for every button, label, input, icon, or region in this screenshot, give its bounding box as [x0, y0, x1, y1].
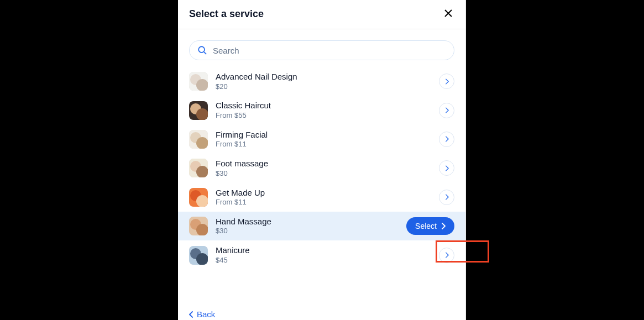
service-item[interactable]: Classic HaircutFrom $55: [178, 96, 465, 124]
modal-title: Select a service: [189, 8, 264, 20]
expand-button[interactable]: [439, 160, 454, 176]
service-item[interactable]: Firming FacialFrom $11: [178, 125, 465, 154]
chevron-right-icon: [445, 136, 449, 142]
service-text: Firming FacialFrom $11: [216, 129, 431, 149]
search-field[interactable]: [189, 40, 454, 60]
svg-point-0: [198, 46, 205, 53]
service-item[interactable]: Advanced Nail Design$20: [178, 67, 465, 96]
expand-button[interactable]: [439, 248, 454, 263]
modal-footer: Back: [178, 304, 465, 320]
chevron-right-icon: [441, 223, 446, 229]
service-thumbnail: [189, 130, 208, 149]
service-price: $45: [216, 256, 431, 265]
chevron-right-icon: [445, 107, 449, 113]
chevron-right-icon: [445, 78, 449, 85]
search-icon: [197, 45, 207, 55]
service-price: $30: [216, 169, 431, 179]
modal-header: Select a service: [178, 0, 465, 29]
service-name: Classic Haircut: [216, 100, 431, 111]
service-text: Classic HaircutFrom $55: [216, 100, 431, 120]
expand-button[interactable]: [439, 103, 454, 118]
service-name: Hand Massage: [216, 216, 399, 227]
service-price: From $11: [216, 198, 431, 207]
search-input[interactable]: [213, 46, 446, 55]
chevron-right-icon: [445, 165, 449, 171]
service-price: From $11: [216, 140, 431, 149]
expand-button[interactable]: [439, 74, 454, 89]
close-button[interactable]: [442, 7, 454, 21]
close-icon: [444, 9, 452, 17]
service-price: $30: [216, 227, 399, 236]
select-button-label: Select: [415, 222, 437, 230]
chevron-right-icon: [445, 252, 449, 258]
service-thumbnail: [189, 72, 208, 91]
service-thumbnail: [189, 188, 208, 207]
service-text: Hand Massage$30: [216, 216, 399, 236]
service-price: $20: [216, 82, 431, 92]
service-text: Manicure$45: [216, 245, 431, 265]
service-text: Get Made UpFrom $11: [216, 187, 431, 207]
service-text: Advanced Nail Design$20: [216, 71, 431, 91]
back-link[interactable]: Back: [189, 309, 215, 319]
service-item[interactable]: Foot massage$30: [178, 154, 465, 182]
service-thumbnail: [189, 101, 208, 120]
service-name: Get Made Up: [216, 187, 431, 198]
service-name: Foot massage: [216, 158, 431, 169]
service-thumbnail: [189, 246, 208, 265]
chevron-left-icon: [189, 311, 193, 318]
service-price: From $55: [216, 111, 431, 120]
select-button[interactable]: Select: [406, 217, 454, 235]
service-thumbnail: [189, 159, 208, 177]
expand-button[interactable]: [439, 190, 454, 205]
service-text: Foot massage$30: [216, 158, 431, 178]
service-item[interactable]: Hand Massage$30Select: [178, 212, 465, 240]
chevron-right-icon: [445, 194, 449, 200]
service-item[interactable]: Get Made UpFrom $11: [178, 183, 465, 212]
service-thumbnail: [189, 217, 208, 235]
service-name: Advanced Nail Design: [216, 71, 431, 82]
search-container: [178, 29, 465, 67]
select-service-modal: Select a service Advanced Nail Design$20…: [178, 0, 466, 320]
service-name: Manicure: [216, 245, 431, 256]
expand-button[interactable]: [439, 132, 454, 147]
back-label: Back: [197, 309, 215, 319]
service-item[interactable]: Manicure$45: [178, 240, 465, 269]
service-list[interactable]: Advanced Nail Design$20Classic HaircutFr…: [178, 67, 465, 304]
service-name: Firming Facial: [216, 129, 431, 140]
